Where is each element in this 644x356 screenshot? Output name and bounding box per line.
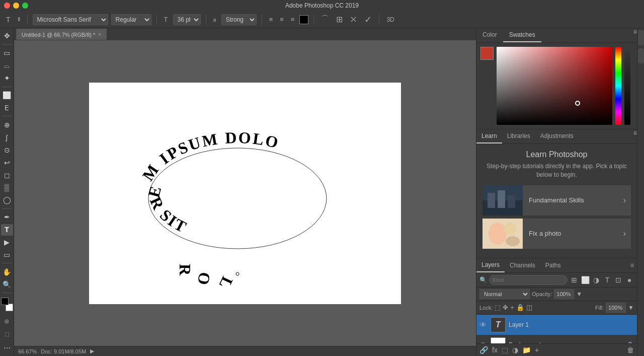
warp-text-button[interactable]: ⌒ — [319, 13, 331, 26]
layer-type-icon[interactable]: T — [603, 276, 612, 284]
tab-libraries[interactable]: Libraries — [502, 129, 535, 144]
eraser-tool[interactable]: ◻ — [1, 169, 13, 181]
select-rect-tool[interactable]: ▭ — [1, 47, 13, 59]
separator — [2, 116, 12, 116]
more-tools[interactable]: ⋯ — [1, 342, 13, 354]
minimize-button[interactable] — [13, 3, 19, 9]
layers-blend-options: Normal Opacity: ▼ — [476, 288, 637, 301]
character-panel-button[interactable]: ⊞ — [334, 14, 345, 25]
tab-color[interactable]: Color — [476, 28, 503, 42]
close-button[interactable] — [4, 3, 10, 9]
shape-tool[interactable]: ▭ — [1, 249, 13, 261]
magic-wand-tool[interactable]: ✦ — [1, 73, 13, 84]
adjustment-layer-icon[interactable]: ◑ — [512, 346, 518, 354]
layer-row[interactable]: 👁 T Layer 1 — [476, 315, 637, 335]
tab-learn[interactable]: Learn — [476, 129, 502, 144]
separator — [2, 208, 12, 209]
hue-slider[interactable] — [615, 47, 621, 125]
lock-all-icon[interactable]: 🔒 — [516, 304, 524, 311]
lock-position-icon[interactable]: + — [510, 304, 514, 311]
fill-arrow[interactable]: ▼ — [628, 304, 634, 311]
layers-panel-collapse[interactable]: ≡ — [630, 262, 637, 269]
blend-mode-select[interactable]: Normal — [479, 289, 530, 299]
panel-toggle-2[interactable] — [638, 48, 644, 63]
tab-label: Untitled-1 @ 66.7% (RGB/8) * — [22, 32, 95, 38]
delete-layer-icon[interactable]: 🗑 — [627, 346, 634, 354]
layer-smart-icon[interactable]: ⊡ — [614, 276, 623, 284]
fill-input[interactable] — [606, 303, 626, 313]
tab-close-button[interactable]: × — [98, 32, 101, 37]
layer-pixel-icon[interactable]: ⬜ — [581, 276, 590, 284]
aa-method-select[interactable]: Strong — [221, 14, 257, 25]
svg-text:M IPSUM DOLO: M IPSUM DOLO — [139, 128, 282, 184]
layer-name: Layer 1 — [509, 321, 634, 328]
font-family-select[interactable]: Microsoft Sans Serif — [33, 14, 108, 25]
tab-channels[interactable]: Channels — [505, 259, 540, 272]
layers-panel-tabs: Layers Channels Paths ≡ — [476, 258, 637, 273]
add-folder-icon[interactable]: 📁 — [522, 346, 531, 354]
tab-layers[interactable]: Layers — [476, 258, 505, 272]
tab-paths[interactable]: Paths — [540, 259, 566, 272]
panel-toggle-1[interactable] — [638, 30, 644, 45]
tab-swatches[interactable]: Swatches — [503, 28, 541, 42]
maximize-button[interactable] — [22, 3, 28, 9]
add-mask-icon[interactable]: ⬚ — [502, 346, 508, 354]
lock-transparent-icon[interactable]: ⬚ — [495, 304, 501, 311]
screen-mode[interactable]: ⬚ — [1, 328, 13, 340]
confirm-button[interactable]: ✓ — [362, 13, 374, 26]
layer-visibility-toggle[interactable]: 👁 — [479, 321, 488, 329]
brush-tool[interactable]: ∫ — [1, 131, 13, 143]
hand-tool[interactable]: ✋ — [1, 266, 13, 277]
add-layer-icon[interactable]: + — [535, 346, 539, 354]
canvas-container[interactable]: M IPSUM DOLO R SIT E R O L — [14, 40, 476, 346]
path-select-tool[interactable]: ▶ — [1, 237, 13, 248]
eyedropper-tool[interactable]: 𝖤 — [1, 102, 13, 114]
layer-selected-icon[interactable]: ● — [625, 276, 634, 284]
alpha-slider[interactable] — [624, 47, 630, 125]
lasso-tool[interactable]: ⌓ — [1, 60, 13, 72]
move-tool[interactable]: ✥ — [1, 30, 13, 42]
layer-row[interactable]: 👁 Background 🔒 — [476, 335, 637, 343]
zoom-tool[interactable]: 🔍 — [1, 278, 13, 290]
layer-kind-icon[interactable]: ⊞ — [570, 276, 579, 284]
lock-image-icon[interactable]: ✥ — [503, 304, 508, 311]
opacity-arrow[interactable]: ▼ — [576, 291, 582, 298]
align-left-button[interactable]: ≡ — [267, 15, 275, 24]
cancel-button[interactable]: ✕ — [348, 13, 359, 26]
learn-card-fixphoto[interactable]: Fix a photo › — [482, 219, 631, 249]
align-center-button[interactable]: ≡ — [278, 15, 286, 24]
dodge-tool[interactable]: ◯ — [1, 194, 13, 206]
layer-fx-icon[interactable]: fx — [492, 346, 498, 354]
align-right-button[interactable]: ≡ — [289, 15, 297, 24]
3d-button[interactable]: 3D — [384, 15, 396, 24]
color-gradient[interactable] — [497, 47, 612, 125]
learn-card-fundamental[interactable]: Fundamental Skills › — [482, 185, 631, 216]
document-tab[interactable]: Untitled-1 @ 66.7% (RGB/8) * × — [16, 29, 107, 40]
clone-tool[interactable]: ⊙ — [1, 144, 13, 156]
gradient-tool[interactable]: ▒ — [1, 182, 13, 193]
font-size-select[interactable]: 36 pt — [173, 14, 201, 25]
text-color-swatch[interactable] — [299, 15, 308, 24]
foreground-color[interactable] — [1, 298, 9, 305]
learn-panel-collapse[interactable]: ≡ — [633, 129, 637, 144]
opacity-input[interactable] — [554, 289, 574, 299]
crop-tool[interactable]: ⬜ — [1, 90, 13, 101]
svg-rect-10 — [488, 193, 495, 208]
layers-search-input[interactable] — [489, 275, 568, 285]
tab-adjustments[interactable]: Adjustments — [535, 129, 579, 144]
font-style-select[interactable]: Regular — [111, 14, 151, 25]
color-panel-collapse[interactable]: ≡ — [633, 28, 637, 42]
lock-artboard-icon[interactable]: ◫ — [526, 304, 532, 311]
edit-in-quick-mask[interactable]: ◎ — [1, 315, 13, 327]
heal-tool[interactable]: ⊕ — [1, 119, 13, 130]
foreground-color-swatch[interactable] — [480, 47, 494, 60]
link-layers-icon[interactable]: 🔗 — [479, 346, 488, 354]
color-picker-handle[interactable] — [575, 101, 580, 106]
pen-tool[interactable]: ✒ — [1, 211, 13, 223]
window-controls — [4, 3, 28, 9]
text-tool[interactable]: T — [1, 224, 13, 236]
history-brush-tool[interactable]: ↩ — [1, 157, 13, 168]
layer-adjust-icon[interactable]: ◑ — [592, 276, 601, 284]
doc-info-expand[interactable]: ▶ — [90, 348, 94, 354]
canvas[interactable]: M IPSUM DOLO R SIT E R O L — [89, 83, 401, 304]
